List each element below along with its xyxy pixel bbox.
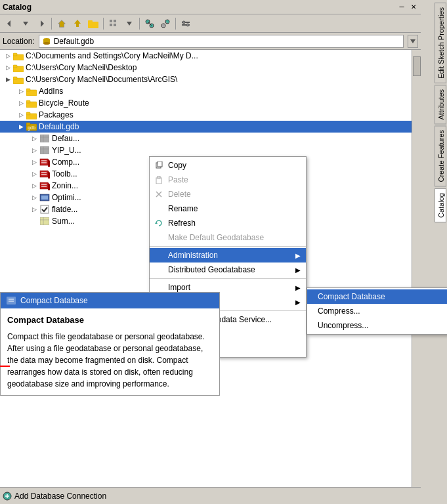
ctx-administration[interactable]: Administration ▶ [150, 248, 306, 262]
tab-create-features[interactable]: Create Features [435, 125, 446, 186]
toolbar-sep-4 [175, 18, 176, 30]
ctx-distributed-arrow: ▶ [295, 266, 301, 274]
connect-button[interactable] [142, 16, 157, 31]
expander-t4[interactable]: ▷ [16, 86, 26, 96]
ctx-paste[interactable]: Paste [150, 173, 306, 187]
folder-icon-t3 [13, 74, 24, 85]
tree-item-t5[interactable]: ▷ Bicycle_Route [0, 97, 421, 109]
back-dropdown[interactable] [18, 16, 33, 31]
svg-marker-0 [7, 20, 11, 27]
location-dropdown[interactable] [408, 35, 418, 48]
add-connection-button[interactable]: Add Database Connection [3, 492, 106, 501]
expander-t2[interactable]: ▷ [3, 62, 13, 73]
tree-label-t13: Optimi... [52, 193, 81, 202]
ctx-makedefault[interactable]: Make Default Geodatabase [150, 230, 306, 245]
tree-item-t1[interactable]: ▷ C:\Documents and Settings\Cory MacNeil… [0, 50, 421, 62]
bottom-bar: Add Database Connection [0, 487, 421, 504]
red-line-decoration [0, 366, 10, 367]
expander-t5[interactable]: ▷ [16, 98, 26, 108]
submenu-compact[interactable]: Compact Database [307, 289, 447, 304]
tree-item-t9[interactable]: ▷ YIP_U... [0, 144, 421, 156]
submenu-uncompress-label: Uncompress... [318, 321, 368, 330]
location-input[interactable]: Default.gdb [39, 35, 404, 48]
folder-icon-t2 [13, 62, 24, 73]
expander-t8[interactable]: ▷ [29, 133, 39, 144]
ctx-rename-label: Rename [168, 204, 198, 213]
expander-t13[interactable]: ▷ [29, 192, 39, 203]
grid-button[interactable] [106, 16, 121, 31]
submenu-compact-label: Compact Database [318, 292, 385, 301]
admin-submenu: Compact Database Compress... Uncompress.… [307, 287, 447, 335]
submenu-compress[interactable]: Compress... [307, 304, 447, 318]
options-button[interactable] [179, 16, 193, 31]
title-bar: Catalog ─ ✕ [0, 0, 421, 14]
expander-t1[interactable]: ▷ [3, 51, 13, 61]
tree-scrollbar[interactable] [412, 50, 421, 487]
toolbar-sep-1 [51, 18, 52, 30]
tree-item-t7[interactable]: ▶ gdb Default.gdb [0, 121, 421, 133]
grid-dropdown[interactable] [122, 16, 137, 31]
disconnect-button[interactable] [158, 16, 173, 31]
dataset-icon-t10 [39, 157, 50, 167]
compact-body-desc: Compact this file geodatabase or persona… [7, 331, 213, 390]
tab-edit-sketch[interactable]: Edit Sketch Properties [435, 3, 446, 83]
svg-rect-61 [41, 196, 48, 200]
check-icon-t14 [39, 204, 50, 215]
tree-label-t3: C:\Users\Cory MacNeil\Documents\ArcGIS\ [26, 75, 177, 84]
svg-marker-5 [74, 20, 81, 24]
submenu-uncompress[interactable]: Uncompress... [307, 318, 447, 333]
ctx-refresh[interactable]: Refresh [150, 216, 306, 230]
expander-t10[interactable]: ▷ [29, 157, 39, 167]
svg-rect-28 [13, 53, 17, 56]
folder-icon-t1 [13, 51, 24, 61]
ctx-copy[interactable]: Copy [150, 158, 306, 173]
expander-t3[interactable]: ▶ [3, 74, 13, 85]
expander-t6[interactable]: ▷ [16, 110, 26, 120]
tree-label-t4: AddIns [39, 87, 63, 96]
ctx-delete[interactable]: Delete [150, 187, 306, 201]
tree-label-t8: Defau... [52, 134, 79, 143]
up-button[interactable] [70, 16, 85, 31]
expander-t9[interactable]: ▷ [29, 145, 39, 156]
forward-button[interactable] [34, 16, 49, 31]
expander-t12[interactable]: ▷ [29, 180, 39, 191]
svg-rect-32 [13, 77, 17, 79]
svg-rect-11 [114, 24, 116, 26]
tree-item-t6[interactable]: ▷ Packages [0, 109, 421, 121]
title-bar-icons: ─ ✕ [397, 3, 418, 12]
home-button[interactable] [54, 16, 69, 31]
ctx-administration-label: Administration [168, 251, 218, 260]
expander-t7[interactable]: ▶ [16, 121, 26, 132]
paste-icon [154, 175, 164, 185]
folder-button[interactable] [86, 16, 100, 31]
svg-rect-58 [41, 184, 47, 185]
pin-icon[interactable]: ─ [397, 3, 406, 12]
expander-t14[interactable]: ▷ [29, 204, 39, 215]
ctx-sep-1 [150, 246, 306, 247]
back-button[interactable] [3, 16, 17, 31]
compact-panel-body: Compact Database Compact this file geoda… [1, 308, 219, 395]
toolbar-sep-3 [139, 18, 140, 30]
svg-rect-7 [88, 20, 93, 23]
tree-label-t9: YIP_U... [52, 146, 81, 155]
tree-item-t4[interactable]: ▷ AddIns [0, 85, 421, 97]
close-icon[interactable]: ✕ [409, 3, 418, 12]
expander-t11[interactable]: ▷ [29, 169, 39, 179]
tree-item-t3[interactable]: ▶ C:\Users\Cory MacNeil\Documents\ArcGIS… [0, 74, 421, 85]
svg-marker-49 [48, 159, 50, 167]
table-icon-t8 [39, 133, 50, 144]
submenu-compress-label: Compress... [318, 306, 360, 316]
ctx-distributed[interactable]: Distributed Geodatabase ▶ [150, 262, 306, 277]
ctx-rename[interactable]: Rename [150, 201, 306, 216]
svg-marker-1 [23, 22, 28, 26]
tree-item-t2[interactable]: ▷ C:\Users\Cory MacNeil\Desktop [0, 62, 421, 74]
tab-catalog[interactable]: Catalog [435, 188, 446, 222]
refresh-icon [154, 218, 164, 228]
svg-rect-42 [40, 135, 49, 142]
tree-label-t7: Default.gdb [39, 122, 79, 131]
tree-item-t8[interactable]: ▷ Defau... [0, 133, 421, 144]
tab-attributes[interactable]: Attributes [435, 85, 446, 124]
tree-label-t10: Comp... [52, 158, 79, 167]
add-connection-label: Add Database Connection [14, 492, 106, 501]
scrollbar-thumb[interactable] [413, 56, 421, 76]
